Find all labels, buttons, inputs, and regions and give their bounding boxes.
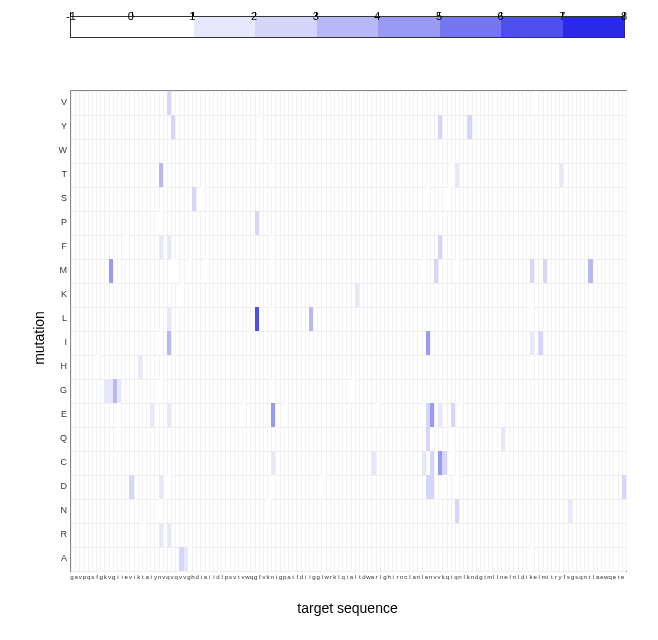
heatmap-cell <box>159 475 163 499</box>
heatmap-cell <box>150 403 154 427</box>
y-tick: L <box>55 313 67 323</box>
heatmap-cell <box>167 475 171 499</box>
heatmap-cell <box>171 115 175 139</box>
heatmap-grid <box>71 91 626 571</box>
heatmap-cell <box>559 163 563 187</box>
heatmap-cell <box>271 163 275 187</box>
heatmap-cell <box>543 259 547 283</box>
heatmap-cell <box>192 187 196 211</box>
heatmap-cell <box>351 379 355 403</box>
x-axis-title: target sequence <box>70 600 625 616</box>
heatmap-cell <box>259 139 263 163</box>
heatmap-cell <box>167 307 171 331</box>
y-tick: K <box>55 289 67 299</box>
heatmap-cell <box>530 307 534 331</box>
heatmap-cell <box>159 331 163 355</box>
heatmap-cell <box>438 115 442 139</box>
heatmap-cell <box>271 451 275 475</box>
heatmap-cell <box>451 163 455 187</box>
heatmap-cell <box>175 259 179 283</box>
heatmap-cell <box>530 331 534 355</box>
y-tick: Q <box>55 433 67 443</box>
y-tick: P <box>55 217 67 227</box>
heatmap-cell <box>422 259 426 283</box>
y-tick: E <box>55 409 67 419</box>
y-tick: C <box>55 457 67 467</box>
heatmap-cell <box>451 427 455 451</box>
heatmap-cell <box>459 403 463 427</box>
heatmap-cell <box>271 475 275 499</box>
heatmap-cell <box>271 307 275 331</box>
y-tick: V <box>55 97 67 107</box>
heatmap-cell <box>167 523 171 547</box>
y-tick: T <box>55 169 67 179</box>
heatmap-cell <box>259 115 263 139</box>
heatmap-cell <box>426 187 430 211</box>
heatmap-cell <box>534 91 538 115</box>
heatmap-cell <box>96 355 100 379</box>
heatmap-cell <box>117 403 121 427</box>
heatmap-cell <box>467 115 471 139</box>
heatmap-cell <box>271 259 275 283</box>
heatmap-cell <box>179 283 183 307</box>
x-axis-labels: gavpqsfgkvgiieviktaiynvqvqvvghdiaiidlpsv… <box>70 573 625 585</box>
heatmap-cell <box>271 235 275 259</box>
y-tick: R <box>55 529 67 539</box>
heatmap-cell <box>267 499 271 523</box>
y-tick: M <box>55 265 67 275</box>
heatmap-cell <box>255 211 259 235</box>
heatmap-cell <box>455 259 459 283</box>
y-tick: N <box>55 505 67 515</box>
heatmap-cell <box>430 427 434 451</box>
heatmap-cell <box>438 235 442 259</box>
heatmap-cell <box>530 259 534 283</box>
heatmap <box>70 90 627 572</box>
heatmap-cell <box>109 259 113 283</box>
heatmap-cell <box>442 451 446 475</box>
y-axis-title: mutation <box>31 311 47 365</box>
heatmap-cell <box>430 403 434 427</box>
heatmap-cell <box>455 475 459 499</box>
heatmap-cell <box>501 403 505 427</box>
y-tick: Y <box>55 121 67 131</box>
heatmap-cell <box>426 331 430 355</box>
heatmap-cell <box>501 427 505 451</box>
heatmap-cell <box>284 403 288 427</box>
heatmap-cell <box>355 283 359 307</box>
heatmap-cell <box>442 475 446 499</box>
y-tick: H <box>55 361 67 371</box>
heatmap-cell <box>438 403 442 427</box>
heatmap-cell <box>447 187 451 211</box>
heatmap-cell <box>159 499 163 523</box>
heatmap-cell <box>321 475 325 499</box>
heatmap-cell <box>242 403 246 427</box>
heatmap-cell <box>530 355 534 379</box>
heatmap-cell <box>167 403 171 427</box>
heatmap-cell <box>129 475 133 499</box>
y-tick: G <box>55 385 67 395</box>
heatmap-cell <box>167 91 171 115</box>
y-tick: I <box>55 337 67 347</box>
y-tick: W <box>55 145 67 155</box>
heatmap-cell <box>188 259 192 283</box>
heatmap-cell <box>530 547 534 571</box>
heatmap-cell <box>376 403 380 427</box>
heatmap-cell <box>568 499 572 523</box>
y-tick: D <box>55 481 67 491</box>
heatmap-cell <box>530 283 534 307</box>
heatmap-cell <box>159 163 163 187</box>
heatmap-cell <box>167 331 171 355</box>
heatmap-cell <box>430 475 434 499</box>
heatmap-cell <box>451 403 455 427</box>
heatmap-cell <box>159 379 163 403</box>
heatmap-cell <box>188 547 192 571</box>
heatmap-cell <box>117 379 121 403</box>
heatmap-cell <box>167 235 171 259</box>
heatmap-cell <box>371 451 375 475</box>
heatmap-cell <box>138 355 142 379</box>
heatmap-cell <box>117 427 121 451</box>
heatmap-cell <box>455 499 459 523</box>
y-axis-labels: VYWTSPFMKLIHGEQCDNRA <box>55 90 67 570</box>
heatmap-cell <box>159 523 163 547</box>
heatmap-cell <box>434 259 438 283</box>
